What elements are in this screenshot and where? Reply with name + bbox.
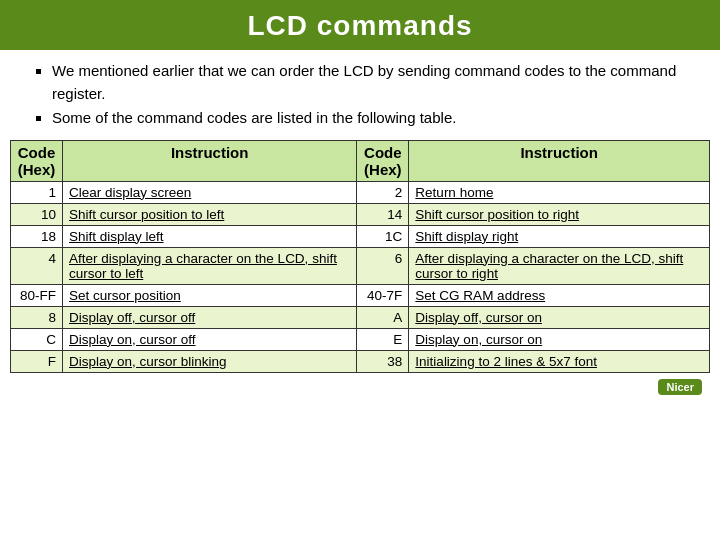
bullet-1: We mentioned earlier that we can order t… (52, 60, 690, 105)
commands-table: Code(Hex) Instruction Code(Hex) Instruct… (10, 140, 710, 373)
page-title: LCD commands (0, 0, 720, 50)
code-col-2: 6 (357, 247, 409, 284)
instr-col-1: Shift cursor position to left (63, 203, 357, 225)
instr-col-1: Display off, cursor off (63, 306, 357, 328)
table-row: 18Shift display left1CShift display righ… (11, 225, 710, 247)
instr-col-2: Shift display right (409, 225, 710, 247)
table-row: 80-FFSet cursor position40-7FSet CG RAM … (11, 284, 710, 306)
intro-bullets: We mentioned earlier that we can order t… (0, 50, 720, 140)
col2-instr-header: Instruction (409, 140, 710, 181)
code-col-1: 4 (11, 247, 63, 284)
table-row: CDisplay on, cursor offEDisplay on, curs… (11, 328, 710, 350)
instr-col-2: After displaying a character on the LCD,… (409, 247, 710, 284)
code-col-1: C (11, 328, 63, 350)
code-col-2: 40-7F (357, 284, 409, 306)
code-col-2: 38 (357, 350, 409, 372)
code-col-2: A (357, 306, 409, 328)
code-col-2: E (357, 328, 409, 350)
code-col-1: 18 (11, 225, 63, 247)
table-row: 4After displaying a character on the LCD… (11, 247, 710, 284)
code-col-2: 14 (357, 203, 409, 225)
table-row: 1Clear display screen2Return home (11, 181, 710, 203)
col1-code-header: Code(Hex) (11, 140, 63, 181)
bullet-2: Some of the command codes are listed in … (52, 107, 690, 130)
instr-col-2: Display on, cursor on (409, 328, 710, 350)
instr-col-1: Display on, cursor blinking (63, 350, 357, 372)
instr-col-2: Return home (409, 181, 710, 203)
instr-col-1: Shift display left (63, 225, 357, 247)
instr-col-1: Clear display screen (63, 181, 357, 203)
table-row: 8Display off, cursor offADisplay off, cu… (11, 306, 710, 328)
commands-table-wrap: Code(Hex) Instruction Code(Hex) Instruct… (0, 140, 720, 373)
instr-col-1: After displaying a character on the LCD,… (63, 247, 357, 284)
footer: Nicer (0, 373, 720, 395)
instr-col-2: Initializing to 2 lines & 5x7 font (409, 350, 710, 372)
instr-col-2: Shift cursor position to right (409, 203, 710, 225)
table-row: 10Shift cursor position to left14Shift c… (11, 203, 710, 225)
instr-col-2: Set CG RAM address (409, 284, 710, 306)
code-col-1: 1 (11, 181, 63, 203)
table-row: FDisplay on, cursor blinking38Initializi… (11, 350, 710, 372)
code-col-1: 10 (11, 203, 63, 225)
code-col-2: 1C (357, 225, 409, 247)
code-col-1: 80-FF (11, 284, 63, 306)
instr-col-1: Set cursor position (63, 284, 357, 306)
code-col-1: 8 (11, 306, 63, 328)
code-col-1: F (11, 350, 63, 372)
instr-col-2: Display off, cursor on (409, 306, 710, 328)
code-col-2: 2 (357, 181, 409, 203)
instr-col-1: Display on, cursor off (63, 328, 357, 350)
col1-instr-header: Instruction (63, 140, 357, 181)
col2-code-header: Code(Hex) (357, 140, 409, 181)
footer-badge: Nicer (658, 379, 702, 395)
